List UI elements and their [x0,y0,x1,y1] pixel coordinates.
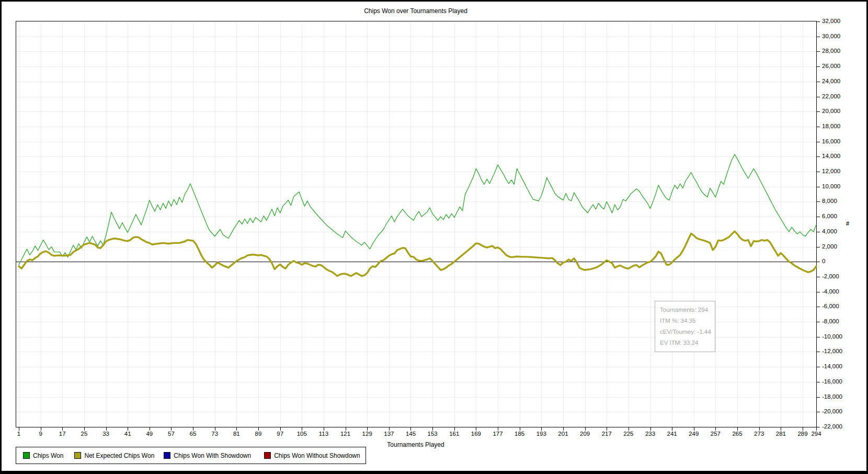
x-tick-label: 25 [74,431,95,437]
x-tick-label: 217 [596,431,617,437]
y-tick-label: 32,000 [822,18,840,24]
chart-canvas [16,21,816,427]
y-tick-label: -14,000 [822,363,842,369]
legend-label: Chips Won Without Showdown [274,452,360,459]
x-tick-label: 257 [705,431,726,437]
y-tick-label: 22,000 [822,93,840,99]
x-tick-label: 137 [379,431,399,437]
x-tick-label: 241 [661,431,682,437]
plot-area[interactable] [16,21,817,427]
legend-label: Net Expected Chips Won [84,452,154,459]
x-tick-label: 73 [204,431,225,437]
legend-label: Chips Won With Showdown [174,452,251,459]
x-tick-label: 233 [640,431,661,437]
y-tick-label: 16,000 [822,138,840,144]
y-tick-label: -2,000 [822,273,839,279]
x-tick-label: 201 [553,431,574,437]
y-axis-unit-label: # [846,220,849,227]
y-tick-label: 0 [822,258,825,264]
x-tick-label: 129 [357,431,378,437]
legend-item-net-expected-chips-won[interactable]: Net Expected Chips Won [74,452,154,459]
with-showdown-swatch-icon [164,452,170,459]
x-tick-label: 281 [770,431,791,437]
y-tick-label: -4,000 [822,288,839,295]
y-tick-label: -20,000 [822,408,842,414]
without-showdown-swatch-icon [264,452,271,459]
x-tick-label: 265 [727,431,748,437]
stats-ev-itm: EV ITM: 33.24 [660,337,713,348]
x-tick-label: 105 [291,431,312,437]
x-tick-label: 9 [30,431,51,437]
x-tick-label: 33 [96,431,117,437]
x-tick-label: 193 [531,431,552,437]
net-expected-swatch-icon [74,452,81,459]
x-tick-label: 1 [8,431,29,437]
y-tick-label: -22,000 [822,423,842,430]
x-tick-label: 225 [618,431,639,437]
y-tick-label: -10,000 [822,333,842,340]
x-tick-label: 121 [335,431,356,437]
x-tick-label: 294 [806,431,827,437]
x-tick-label: 185 [509,431,530,437]
y-tick-label: 26,000 [822,63,840,69]
y-tick-label: -16,000 [822,378,842,385]
x-tick-label: 57 [161,431,181,437]
y-tick-label: -8,000 [822,318,839,324]
y-tick-label: 14,000 [822,153,840,159]
y-tick-label: -18,000 [822,393,842,400]
y-tick-label: 6,000 [822,213,837,219]
legend-item-chips-won[interactable]: Chips Won [23,452,63,459]
legend-item-chips-won-without-showdown[interactable]: Chips Won Without Showdown [264,452,360,459]
x-tick-label: 169 [465,431,486,437]
y-tick-label: 18,000 [822,123,840,129]
legend: Chips Won Net Expected Chips Won Chips W… [16,447,366,464]
y-tick-label: -6,000 [822,303,839,309]
y-tick-label: 30,000 [822,33,840,39]
x-tick-label: 81 [226,431,247,437]
x-tick-label: 49 [139,431,160,437]
stats-tooltip: Tournaments: 294 ITM %: 34.35 cEV/Tourne… [655,301,715,352]
x-tick-label: 209 [575,431,596,437]
legend-item-chips-won-with-showdown[interactable]: Chips Won With Showdown [164,452,251,459]
y-tick-label: 10,000 [822,183,840,189]
y-tick-label: 12,000 [822,168,840,174]
x-tick-label: 41 [117,431,138,437]
y-tick-label: -12,000 [822,348,842,354]
x-tick-label: 273 [749,431,770,437]
stats-tournaments: Tournaments: 294 [660,304,713,315]
x-tick-label: 65 [182,431,203,437]
x-tick-label: 89 [248,431,269,437]
page-title: Chips Won over Tournaments Played [16,7,816,15]
x-tick-label: 113 [313,431,334,437]
y-tick-label: 4,000 [822,228,837,234]
x-tick-label: 161 [444,431,465,437]
y-tick-label: 2,000 [822,243,837,250]
legend-label: Chips Won [33,452,63,459]
y-tick-label: 24,000 [822,78,840,84]
y-tick-label: 20,000 [822,108,840,114]
x-tick-label: 249 [683,431,704,437]
x-tick-label: 177 [487,431,508,437]
y-tick-label: 8,000 [822,198,837,204]
x-tick-label: 153 [422,431,443,437]
chips-won-swatch-icon [23,452,30,459]
x-tick-label: 17 [52,431,73,437]
x-tick-label: 97 [270,431,291,437]
x-tick-label: 145 [400,431,421,437]
chart-window: Chips Won over Tournaments Played P♠KERT… [0,0,868,474]
stats-cev-per-tourney: cEV/Tourney: -1.44 [660,326,713,337]
y-tick-label: 28,000 [822,48,840,54]
stats-itm-pct: ITM %: 34.35 [660,315,713,326]
